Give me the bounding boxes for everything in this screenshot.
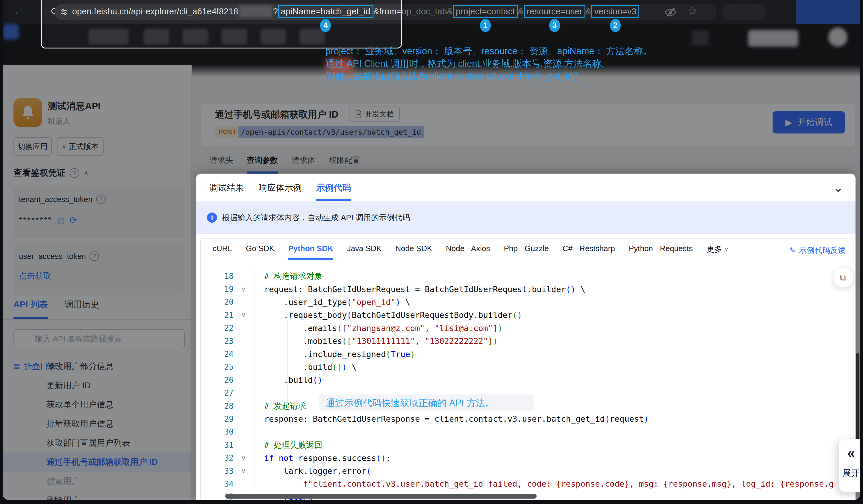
url-segment[interactable]: apiName=batch_get_id4 bbox=[278, 5, 373, 18]
fold-icon[interactable]: ∨ bbox=[234, 467, 253, 475]
panel-tab[interactable]: 调试结果 bbox=[209, 182, 244, 201]
language-tab[interactable]: Php - Guzzle bbox=[504, 244, 549, 258]
language-tab[interactable]: Node SDK bbox=[395, 244, 432, 258]
info-bar: i 根据输入的请求体内容，自动生成 API 调用的示例代码 bbox=[196, 201, 855, 234]
collapse-panel-chevron-icon[interactable]: ⌄ bbox=[833, 180, 843, 195]
code-line: 22 ∨ .emails(["zhangsan@z.com", "lisi@a.… bbox=[201, 322, 853, 335]
url-segment[interactable]: project=contact1 bbox=[453, 5, 518, 18]
language-tab[interactable]: Python SDK bbox=[288, 244, 333, 260]
language-tab[interactable]: Node - Axios bbox=[446, 244, 490, 258]
panel-tab[interactable]: 示例代码 bbox=[316, 182, 351, 201]
code-line: 32 ∨ if not response.success(): bbox=[201, 451, 853, 464]
site-info-icon[interactable] bbox=[59, 7, 69, 17]
fold-icon[interactable]: ∨ bbox=[234, 311, 253, 319]
code-line: 21 ∨ .request_body(BatchGetIdUserRequest… bbox=[201, 308, 853, 322]
tutorial-annotation-line: project： 业务域、version： 版本号、resource： 资源、a… bbox=[325, 45, 652, 58]
code-line: 34 ∨ f"client.contact.v3.user.batch_get_… bbox=[201, 477, 853, 490]
info-icon: i bbox=[207, 213, 217, 223]
horizontal-scrollbar[interactable] bbox=[225, 494, 537, 499]
line-number: 30 bbox=[201, 427, 234, 436]
fold-icon[interactable]: ∨ bbox=[234, 286, 253, 293]
panel-tab[interactable]: 响应体示例 bbox=[259, 182, 302, 201]
line-number: 20 bbox=[201, 298, 234, 306]
double-chevron-left-icon: « bbox=[839, 446, 860, 460]
language-tab[interactable]: Java SDK bbox=[347, 244, 382, 258]
code-line: 20 ∨ .user_id_type("open_id") \ bbox=[201, 296, 853, 308]
line-number: 25 bbox=[201, 363, 234, 371]
line-number: 31 bbox=[201, 441, 234, 450]
result-panel: 调试结果响应体示例示例代码 ⌄ i 根据输入的请求体内容，自动生成 API 调用… bbox=[196, 174, 855, 500]
code-editor[interactable]: 18 ∨ # 构造请求对象 19 ∨ request: BatchGetIdUs… bbox=[201, 267, 853, 500]
chevron-down-icon: ∨ bbox=[725, 246, 728, 253]
line-number: 27 bbox=[201, 389, 234, 398]
copy-code-button[interactable]: ⧉ bbox=[833, 267, 853, 288]
line-number: 21 bbox=[201, 311, 234, 320]
line-number: 32 bbox=[201, 453, 234, 462]
code-line: 26 ∨ .build() bbox=[201, 374, 853, 386]
tutorial-annotation-line: 通过 API Client 调用时，格式为 client.业务域.版本号.资源.… bbox=[325, 58, 652, 70]
panel-tabs: 调试结果响应体示例示例代码 bbox=[209, 182, 351, 201]
edit-icon: ✎ bbox=[789, 246, 796, 255]
url-segment[interactable]: ? bbox=[273, 7, 278, 16]
language-tabs: cURLGo SDKPython SDKJava SDKNode SDKNode… bbox=[213, 244, 728, 260]
expand-panel-button[interactable]: « 展开 bbox=[839, 439, 860, 492]
screen: ← → ⟳ open.feishu.cn/api-explorer/cli_a6… bbox=[3, 0, 860, 500]
code-sample-box: cURLGo SDKPython SDKJava SDKNode SDKNode… bbox=[200, 238, 853, 500]
url-segment[interactable] bbox=[239, 5, 273, 17]
step-badge: 3 bbox=[549, 19, 560, 32]
tutorial-code-annotation: 通过示例代码快速获取正确的 API 方法。 bbox=[326, 397, 495, 410]
url-segment[interactable]: open.feishu.cn/api-explorer/cli_a61e4f82… bbox=[72, 7, 238, 16]
line-number: 33 bbox=[201, 467, 234, 476]
language-tab[interactable]: Python - Requests bbox=[629, 244, 693, 258]
code-line: 29 ∨ response: BatchGetIdUserResponse = … bbox=[201, 413, 853, 425]
line-number: 28 bbox=[201, 402, 234, 411]
dim-overlay bbox=[3, 0, 41, 49]
code-line: 23 ∨ .mobiles(["13011111111", "130222222… bbox=[201, 335, 853, 348]
tutorial-annotation: project： 业务域、version： 版本号、resource： 资源、a… bbox=[325, 45, 652, 83]
language-tab[interactable]: C# - Restsharp bbox=[563, 244, 615, 258]
copy-icon: ⧉ bbox=[840, 272, 846, 283]
line-number: 26 bbox=[201, 376, 234, 385]
code-line: 19 ∨ request: BatchGetIdUserRequest = Ba… bbox=[201, 282, 853, 295]
tutorial-annotation-line: 例如，当前接口的方法为 client.contact.v3.user.batch… bbox=[325, 70, 652, 83]
info-text: 根据输入的请求体内容，自动生成 API 调用的示例代码 bbox=[222, 213, 410, 223]
code-feedback-link[interactable]: ✎示例代码反馈 bbox=[789, 245, 846, 255]
language-tab[interactable]: Go SDK bbox=[246, 244, 274, 258]
code-line: 18 ∨ # 构造请求对象 bbox=[201, 270, 853, 282]
url-segment[interactable]: resource=user3 bbox=[524, 5, 585, 18]
line-number: 19 bbox=[201, 285, 234, 294]
code-line: 30 ∨ bbox=[201, 426, 853, 439]
line-number: 24 bbox=[201, 350, 234, 358]
line-number: 23 bbox=[201, 337, 234, 346]
code-line: 31 ∨ # 处理失败返回 bbox=[201, 439, 853, 451]
url-segment[interactable]: version=v32 bbox=[591, 5, 639, 18]
step-badge: 1 bbox=[480, 19, 491, 32]
line-number: 29 bbox=[201, 415, 234, 424]
code-line: 24 ∨ .include_resigned(True) bbox=[201, 348, 853, 360]
fold-icon[interactable]: ∨ bbox=[234, 454, 253, 462]
code-line: 33 ∨ lark.logger.error( bbox=[201, 465, 853, 477]
step-badge: 2 bbox=[610, 19, 621, 32]
line-number: 34 bbox=[201, 479, 234, 489]
line-number: 18 bbox=[201, 272, 234, 281]
code-line: 25 ∨ .build()) \ bbox=[201, 361, 853, 374]
line-number: 22 bbox=[201, 324, 234, 332]
language-tab[interactable]: 更多∨ bbox=[707, 244, 728, 259]
language-tab[interactable]: cURL bbox=[213, 244, 232, 258]
step-badge: 4 bbox=[320, 19, 331, 32]
